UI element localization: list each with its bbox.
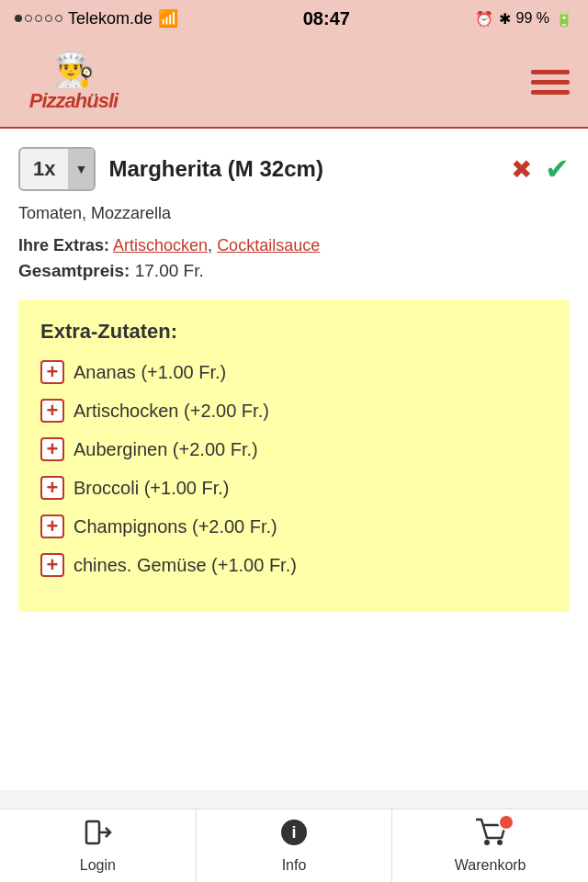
extra-item-ananas-label: Ananas (+1.00 Fr.)	[74, 362, 226, 383]
cart-notification-badge	[498, 814, 514, 831]
extra-zutaten-title: Extra-Zutaten:	[40, 320, 548, 344]
info-label: Info	[282, 857, 307, 874]
dot-5	[55, 15, 62, 22]
extra-item-ananas[interactable]: + Ananas (+1.00 Fr.)	[40, 360, 548, 384]
bluetooth-icon: ✱	[499, 10, 511, 28]
extra-item-chines-gemuese[interactable]: + chines. Gemüse (+1.00 Fr.)	[40, 553, 548, 577]
plus-icon-broccoli: +	[40, 476, 64, 500]
plus-icon-champignons: +	[40, 514, 64, 538]
svg-rect-0	[86, 821, 99, 843]
quantity-selector[interactable]: 1x ▼	[18, 147, 96, 191]
hamburger-menu-button[interactable]	[531, 70, 570, 95]
login-icon	[83, 818, 112, 854]
delete-item-button[interactable]: ✖	[511, 154, 532, 185]
extra-item-champignons[interactable]: + Champignons (+2.00 Fr.)	[40, 514, 548, 538]
extras-label-text: Ihre Extras:	[18, 236, 109, 254]
logo-area: 👨‍🍳 Pizzahüsli	[18, 48, 129, 117]
extra-item-chines-gemuese-label: chines. Gemüse (+1.00 Fr.)	[74, 555, 297, 576]
info-icon: i	[279, 818, 309, 854]
signal-dots	[15, 15, 62, 22]
svg-point-4	[484, 840, 490, 845]
extra-item-auberginen-label: Auberginen (+2.00 Fr.)	[74, 439, 258, 460]
total-price: Gesamtpreis: 17.00 Fr.	[18, 261, 570, 281]
app-header: 👨‍🍳 Pizzahüsli	[0, 37, 588, 129]
nav-cart[interactable]: Warenkorb	[392, 809, 588, 882]
svg-text:i: i	[291, 823, 296, 842]
dot-3	[35, 15, 42, 22]
alarm-icon: ⏰	[475, 10, 493, 28]
logo-chef-icon: 👨‍🍳	[53, 51, 95, 89]
extra-item-broccoli[interactable]: + Broccoli (+1.00 Fr.)	[40, 476, 548, 500]
nav-login[interactable]: Login	[0, 809, 197, 882]
main-content: 1x ▼ Margherita (M 32cm) ✖ ✔ Tomaten, Mo…	[0, 129, 588, 790]
item-description: Tomaten, Mozzarella	[18, 204, 570, 223]
status-left: Telekom.de 📶	[15, 8, 178, 28]
dot-1	[15, 15, 22, 22]
extra-item-broccoli-label: Broccoli (+1.00 Fr.)	[74, 478, 230, 499]
battery-icon: 🔋	[555, 10, 573, 28]
total-label: Gesamtpreis:	[18, 261, 130, 280]
quantity-dropdown-arrow[interactable]: ▼	[68, 147, 94, 191]
plus-icon-auberginen: +	[40, 437, 64, 461]
extra-item-auberginen[interactable]: + Auberginen (+2.00 Fr.)	[40, 437, 548, 461]
extra-item-champignons-label: Champignons (+2.00 Fr.)	[74, 516, 277, 537]
dot-2	[25, 15, 32, 22]
item-name: Margherita (M 32cm)	[108, 156, 498, 182]
hamburger-line-3	[531, 90, 570, 95]
nav-info[interactable]: i Info	[197, 809, 393, 882]
plus-icon-artischocken: +	[40, 399, 64, 423]
total-value: 17.00 Fr.	[135, 261, 204, 280]
dot-4	[45, 15, 52, 22]
login-label: Login	[80, 857, 116, 874]
hamburger-line-2	[531, 80, 570, 85]
plus-icon-ananas: +	[40, 360, 64, 384]
extras-artischocken-link[interactable]: Artischocken	[113, 236, 208, 254]
logo-image: 👨‍🍳 Pizzahüsli	[18, 48, 129, 117]
wifi-icon: 📶	[158, 8, 178, 28]
cart-badge	[474, 818, 507, 854]
status-time: 08:47	[303, 8, 350, 29]
cart-label: Warenkorb	[455, 857, 526, 874]
extra-zutaten-box: Extra-Zutaten: + Ananas (+1.00 Fr.) + Ar…	[18, 300, 570, 612]
confirm-item-button[interactable]: ✔	[545, 152, 570, 187]
status-right: ⏰ ✱ 99 % 🔋	[475, 10, 573, 28]
extra-item-artischocken[interactable]: + Artischocken (+2.00 Fr.)	[40, 399, 548, 423]
extras-label: Ihre Extras: Artischocken, Cocktailsauce	[18, 236, 570, 255]
logo-text: Pizzahüsli	[29, 89, 118, 113]
battery-level: 99 %	[516, 10, 549, 27]
order-item-row: 1x ▼ Margherita (M 32cm) ✖ ✔	[18, 147, 570, 191]
extra-item-artischocken-label: Artischocken (+2.00 Fr.)	[74, 401, 269, 422]
extras-cocktailsauce-link[interactable]: Cocktailsauce	[217, 236, 320, 254]
bottom-nav: Login i Info Warenkorb	[0, 808, 588, 882]
hamburger-line-1	[531, 70, 570, 74]
status-bar: Telekom.de 📶 08:47 ⏰ ✱ 99 % 🔋	[0, 0, 588, 37]
svg-point-5	[497, 840, 503, 845]
carrier-name: Telekom.de	[68, 9, 153, 28]
plus-icon-chines-gemuese: +	[40, 553, 64, 577]
quantity-value: 1x	[20, 157, 68, 181]
